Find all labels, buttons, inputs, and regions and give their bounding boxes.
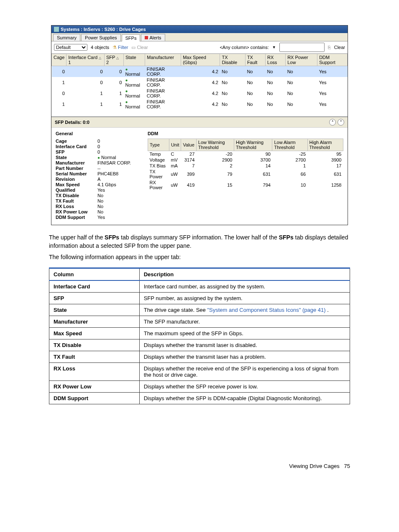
page-footer: Viewing Drive Cages 75 (49, 463, 350, 469)
status-dot-icon: ● (125, 67, 128, 72)
general-key: RX Power Low (56, 209, 97, 214)
sort-asc-icon: △ (99, 56, 101, 60)
general-heading: General (56, 131, 139, 136)
ddm-heading: DDM (148, 131, 343, 136)
app-icon (54, 27, 59, 32)
alert-flag-icon (145, 36, 148, 39)
table-row[interactable]: 011● NormalFINISAR CORP.4.2NoNoNoNoYes (52, 88, 348, 99)
tab-sfps[interactable]: SFPs (122, 34, 141, 41)
clear-button[interactable]: ▭ Clear (131, 45, 148, 50)
ddm-col-la[interactable]: Low Alarm Threshold (272, 139, 307, 151)
ddm-row: RX PoweruW41915794101258 (148, 180, 343, 190)
col-rxl[interactable]: RX Loss (266, 54, 286, 66)
collapse-up-icon[interactable]: ˄ (329, 119, 336, 126)
doc-row: RX Power LowDisplays whether the SFP rec… (49, 380, 350, 392)
search-input[interactable] (279, 43, 325, 52)
window-title: Systems : InServs : S260 : Drive Cages (61, 27, 146, 32)
general-key: RX Loss (56, 204, 97, 209)
table-row[interactable]: 100● NormalFINISAR CORP.4.2NoNoNoNoYes (52, 77, 348, 88)
tab-alerts[interactable]: Alerts (141, 34, 165, 41)
col-cage[interactable]: Cage (52, 54, 66, 66)
general-value: PHC4EB8 (97, 171, 139, 176)
general-value: No (97, 198, 139, 203)
general-key: TX Fault (56, 198, 97, 203)
col-rxp[interactable]: RX Power Low (286, 54, 317, 66)
cross-ref-link[interactable]: "System and Component Status Icons" (pag… (207, 307, 325, 313)
general-key: TX Disable (56, 193, 97, 198)
toolbar: Default 4 objects ⚗ Filter ▭ Clear <Any … (51, 41, 348, 54)
general-key: Interface Card (56, 144, 97, 149)
tab-power-supplies[interactable]: Power Supplies (81, 34, 120, 41)
col-sfp[interactable]: SFP △ 2 (105, 54, 124, 66)
doc-row: DDM SupportDisplays whether the SFP is D… (49, 392, 350, 404)
general-value: No (97, 193, 139, 198)
body-para-1: The upper half of the SFPs tab displays … (49, 234, 350, 250)
filter-button[interactable]: ⚗ Filter (113, 45, 128, 50)
doc-row: ManufacturerThe SFP manufacturer. (49, 316, 350, 327)
contains-label: <Any column> contains: (220, 45, 269, 50)
general-value: Yes (97, 215, 139, 220)
clear2-label[interactable]: Clear (334, 45, 345, 50)
collapse-down-icon[interactable]: ˅ (338, 119, 344, 126)
col-state[interactable]: State (123, 54, 145, 66)
doc-col-name: State (49, 304, 140, 316)
doc-col-desc: Displays whether the transmit laser is d… (139, 339, 350, 351)
doc-col-name: DDM Support (49, 392, 140, 404)
general-value: Yes (97, 188, 139, 193)
general-key: Cage (56, 139, 97, 144)
ddm-col-lw[interactable]: Low Warning Threshold (196, 139, 234, 151)
doc-col-desc: Displays whether the transmit laser has … (139, 351, 350, 362)
window-titlebar: Systems : InServs : S260 : Drive Cages (51, 26, 348, 33)
ddm-row: TempC27-2090-2595 (148, 151, 343, 157)
general-key: Part Number (56, 166, 97, 171)
doc-col-name: RX Loss (49, 362, 140, 380)
copy-icon[interactable]: ⎘ (328, 45, 331, 50)
ddm-col-hw[interactable]: High Warning Threshold (234, 139, 272, 151)
ddm-col-type[interactable]: Type (148, 139, 169, 151)
ddm-col-ha[interactable]: High Alarm Threshold (307, 139, 343, 151)
general-key: SFP (56, 149, 97, 154)
col-txf[interactable]: TX Fault (245, 54, 265, 66)
doc-col-desc: Displays whether the SFP is DDM-capable … (139, 392, 350, 404)
status-dot-icon: ● (125, 100, 128, 104)
ddm-row: TX PoweruW3997963166631 (148, 169, 343, 180)
doc-col-name: SFP (49, 292, 140, 304)
doc-col-desc: The maximum speed of the SFP in Gbps. (139, 327, 350, 339)
general-key: State (56, 155, 97, 160)
general-value: 4.1 Gbps (97, 182, 139, 187)
doc-col-name: TX Disable (49, 339, 140, 351)
table-row[interactable]: 111● NormalFINISAR CORP.4.2NoNoNoNoYes (52, 99, 348, 110)
col-spd[interactable]: Max Speed (Gbps) (181, 54, 220, 66)
general-value: -- (97, 166, 139, 171)
column-dropdown-icon[interactable]: ▼ (272, 45, 276, 49)
tab-summary[interactable]: Summary (53, 34, 80, 41)
general-key: Qualified (56, 188, 97, 193)
col-txd[interactable]: TX Disable (220, 54, 245, 66)
eraser-icon: ▭ (131, 45, 136, 50)
view-select[interactable]: Default (54, 44, 87, 51)
doc-col-desc: Displays whether the receive end of the … (139, 362, 350, 380)
col-ddm[interactable]: DDM Support (317, 54, 348, 66)
doc-col-name: Max Speed (49, 327, 140, 339)
doc-col-name: Interface Card (49, 280, 140, 293)
doc-col-desc: Description (139, 268, 350, 280)
sfp-grid: Cage Interface Card △ 1 SFP △ 2 State Ma… (51, 54, 348, 110)
table-row[interactable]: 000● NormalFINISAR CORP.4.2NoNoNoNoYes (52, 66, 348, 77)
general-value: No (97, 209, 139, 214)
ddm-col-unit[interactable]: Unit (169, 139, 181, 151)
general-value: No (97, 204, 139, 209)
ddm-col-value[interactable]: Value (181, 139, 196, 151)
doc-col-name: RX Power Low (49, 380, 140, 392)
ddm-row: VoltagemV31742900370027003900 (148, 157, 343, 163)
doc-row: TX FaultDisplays whether the transmit la… (49, 351, 350, 362)
doc-col-column: Column (49, 268, 140, 280)
doc-row: RX LossDisplays whether the receive end … (49, 362, 350, 380)
sort-asc-icon: △ (116, 56, 119, 60)
col-mfr[interactable]: Manufacturer (145, 54, 181, 66)
general-value: 0 (97, 144, 139, 149)
general-key: DDM Support (56, 215, 97, 220)
status-dot-icon: ● (125, 78, 128, 82)
col-ifc[interactable]: Interface Card △ 1 (66, 54, 105, 66)
status-dot-icon: ● (125, 89, 128, 93)
doc-col-name: Manufacturer (49, 316, 140, 327)
